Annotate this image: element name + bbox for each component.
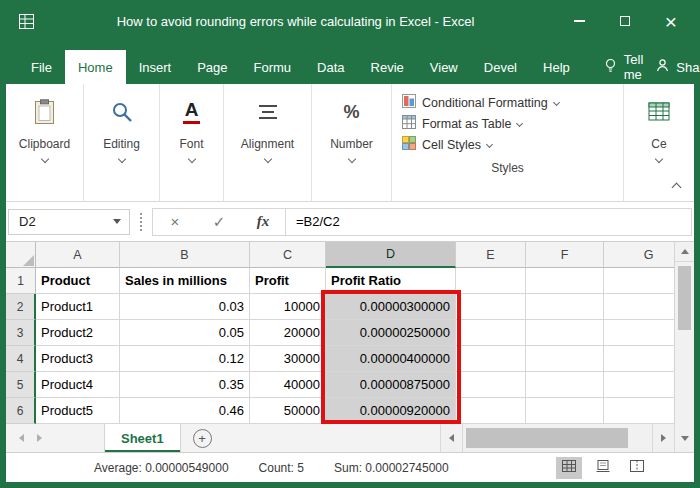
vertical-scroll-thumb[interactable] — [678, 266, 691, 330]
column-headers: A B C D E F G — [6, 242, 694, 268]
cell-F2[interactable] — [526, 294, 604, 320]
ribbon-group-alignment[interactable]: Alignment — [224, 84, 312, 201]
tab-formulas[interactable]: Formu — [241, 50, 305, 84]
cell-E1[interactable] — [456, 268, 526, 294]
tab-insert[interactable]: Insert — [126, 50, 185, 84]
cell-A2[interactable]: Product1 — [36, 294, 120, 320]
cell-A3[interactable]: Product2 — [36, 320, 120, 346]
cancel-icon[interactable]: × — [153, 213, 197, 230]
tab-data[interactable]: Data — [304, 50, 357, 84]
cell-F6[interactable] — [526, 398, 604, 424]
ribbon-tab-bar: File Home Insert Page Formu Data Revie V… — [6, 42, 694, 84]
enter-icon[interactable]: ✓ — [197, 213, 241, 231]
scroll-down-button[interactable] — [674, 424, 694, 452]
row-header-1[interactable]: 1 — [6, 268, 36, 294]
cell-C5[interactable]: 40000 — [250, 372, 326, 398]
menu-item-label: Conditional Formatting — [422, 96, 548, 110]
cell-F5[interactable] — [526, 372, 604, 398]
col-header-A[interactable]: A — [36, 242, 120, 268]
minimize-button[interactable] — [556, 0, 602, 42]
ribbon-group-number[interactable]: % Number — [312, 84, 392, 201]
scroll-right-button[interactable] — [652, 424, 674, 452]
sheet-nav-right-button[interactable] — [30, 424, 48, 452]
scroll-left-button[interactable] — [440, 424, 462, 452]
horizontal-scroll-track[interactable] — [462, 424, 652, 452]
group-label: Styles — [491, 161, 524, 175]
cell-B5[interactable]: 0.35 — [120, 372, 250, 398]
col-header-F[interactable]: F — [526, 242, 604, 268]
cell-F3[interactable] — [526, 320, 604, 346]
page-break-view-button[interactable] — [624, 457, 650, 479]
tab-home[interactable]: Home — [65, 50, 126, 84]
cell-B4[interactable]: 0.12 — [120, 346, 250, 372]
ribbon-group-clipboard[interactable]: Clipboard — [6, 84, 84, 201]
cell-E5[interactable] — [456, 372, 526, 398]
close-button[interactable]: × — [648, 0, 694, 42]
col-header-E[interactable]: E — [456, 242, 526, 268]
col-header-C[interactable]: C — [250, 242, 326, 268]
vertical-scrollbar[interactable] — [674, 242, 694, 424]
tab-view[interactable]: View — [417, 50, 471, 84]
tab-file[interactable]: File — [18, 50, 65, 84]
cell-C4[interactable]: 30000 — [250, 346, 326, 372]
view-shortcuts — [556, 457, 650, 479]
row-header-2[interactable]: 2 — [6, 294, 36, 320]
cell-F1[interactable] — [526, 268, 604, 294]
cell-B3[interactable]: 0.05 — [120, 320, 250, 346]
status-bar: Average: 0.00000549000 Count: 5 Sum: 0.0… — [6, 452, 694, 482]
cell-A5[interactable]: Product4 — [36, 372, 120, 398]
cell-C1[interactable]: Profit — [250, 268, 326, 294]
conditional-formatting-button[interactable]: Conditional Formatting — [398, 92, 617, 113]
name-box[interactable]: D2 — [8, 209, 130, 235]
horizontal-scroll-thumb[interactable] — [466, 428, 628, 448]
tab-review[interactable]: Revie — [358, 50, 417, 84]
col-header-D[interactable]: D — [326, 242, 456, 268]
cell-styles-button[interactable]: Cell Styles — [398, 134, 617, 155]
cell-E3[interactable] — [456, 320, 526, 346]
tab-help[interactable]: Help — [530, 50, 583, 84]
add-sheet-button[interactable]: + — [193, 429, 212, 448]
row-header-4[interactable]: 4 — [6, 346, 36, 372]
ribbon-group-font[interactable]: A Font — [160, 84, 224, 201]
share-label: Share — [676, 60, 700, 75]
cell-C6[interactable]: 50000 — [250, 398, 326, 424]
sheet-nav-left-button[interactable] — [12, 424, 30, 452]
row-header-6[interactable]: 6 — [6, 398, 36, 424]
maximize-button[interactable] — [602, 0, 648, 42]
tell-me-box[interactable]: Tell me — [591, 50, 656, 84]
cell-A4[interactable]: Product3 — [36, 346, 120, 372]
group-label: Font — [179, 137, 203, 151]
cell-B2[interactable]: 0.03 — [120, 294, 250, 320]
cell-A6[interactable]: Product5 — [36, 398, 120, 424]
row-header-5[interactable]: 5 — [6, 372, 36, 398]
cell-A1[interactable]: Product — [36, 268, 120, 294]
scroll-up-button[interactable] — [675, 242, 694, 262]
tab-page-layout[interactable]: Page — [184, 50, 240, 84]
cell-E6[interactable] — [456, 398, 526, 424]
insert-function-icon[interactable]: fx — [241, 213, 285, 230]
format-as-table-button[interactable]: Format as Table — [398, 113, 617, 134]
col-header-B[interactable]: B — [120, 242, 250, 268]
cell-E4[interactable] — [456, 346, 526, 372]
cell-B1[interactable]: Sales in millions — [120, 268, 250, 294]
chevron-up-icon — [671, 182, 681, 192]
title-bar: How to avoid rounding errors while calcu… — [6, 0, 694, 42]
select-all-button[interactable] — [6, 242, 36, 268]
cell-B6[interactable]: 0.46 — [120, 398, 250, 424]
normal-view-button[interactable] — [556, 457, 582, 479]
sheet-tab-sheet1[interactable]: Sheet1 — [104, 424, 181, 452]
ribbon-group-editing[interactable]: Editing — [84, 84, 160, 201]
cell-C3[interactable]: 20000 — [250, 320, 326, 346]
ribbon: Clipboard Editing A Font Alignment % — [6, 84, 694, 202]
row-header-3[interactable]: 3 — [6, 320, 36, 346]
cell-F4[interactable] — [526, 346, 604, 372]
page-layout-view-button[interactable] — [590, 457, 616, 479]
formula-input[interactable]: =B2/C2 — [285, 208, 692, 236]
tab-developer[interactable]: Devel — [471, 50, 530, 84]
cell-E2[interactable] — [456, 294, 526, 320]
cell-C2[interactable]: 10000 — [250, 294, 326, 320]
triangle-right-icon — [661, 434, 666, 442]
group-label: Number — [330, 137, 373, 151]
share-button[interactable]: Share — [655, 50, 700, 84]
collapse-ribbon-button[interactable] — [666, 179, 686, 195]
